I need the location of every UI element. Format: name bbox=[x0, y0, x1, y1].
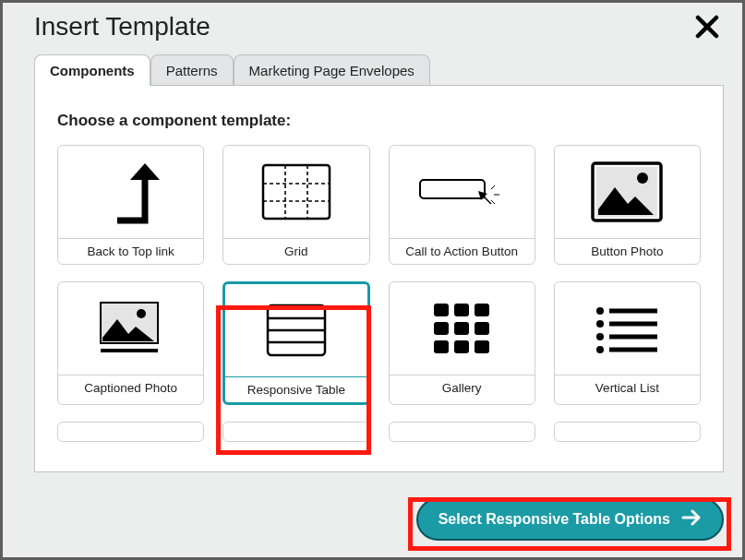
grid-3x3-icon bbox=[223, 146, 368, 238]
card-cta-button[interactable]: Call to Action Button bbox=[389, 145, 535, 265]
card-back-to-top[interactable]: Back to Top link bbox=[57, 145, 204, 265]
card-grid[interactable]: Grid bbox=[222, 145, 369, 265]
svg-rect-27 bbox=[434, 340, 449, 353]
card-label: Button Photo bbox=[555, 238, 700, 264]
tab-patterns[interactable]: Patterns bbox=[150, 54, 234, 86]
close-icon[interactable] bbox=[694, 14, 720, 40]
svg-point-30 bbox=[596, 307, 604, 315]
svg-line-10 bbox=[491, 200, 495, 204]
arrow-right-icon bbox=[681, 509, 702, 530]
card-label: Call to Action Button bbox=[390, 238, 535, 264]
card-responsive-table[interactable]: Responsive Table bbox=[222, 281, 369, 405]
card-stub[interactable] bbox=[222, 422, 369, 442]
button-click-icon bbox=[390, 146, 535, 238]
card-vertical-list[interactable]: Vertical List bbox=[554, 281, 701, 405]
card-label: Back to Top link bbox=[58, 238, 203, 264]
svg-rect-24 bbox=[434, 322, 449, 335]
select-options-button[interactable]: Select Responsive Table Options bbox=[416, 498, 724, 541]
card-label: Gallery bbox=[390, 375, 535, 400]
card-captioned-photo[interactable]: Captioned Photo bbox=[57, 281, 204, 405]
svg-rect-21 bbox=[434, 304, 449, 316]
tab-marketing-envelopes[interactable]: Marketing Page Envelopes bbox=[234, 54, 430, 86]
component-grid: Back to Top link Grid bbox=[57, 145, 701, 442]
svg-rect-29 bbox=[475, 340, 489, 353]
svg-point-13 bbox=[637, 173, 648, 184]
dialog-title: Insert Template bbox=[34, 12, 210, 42]
tab-components[interactable]: Components bbox=[34, 54, 150, 86]
gallery-grid-icon bbox=[390, 282, 535, 375]
svg-point-36 bbox=[596, 346, 604, 353]
svg-rect-23 bbox=[475, 304, 489, 316]
card-label: Captioned Photo bbox=[58, 375, 203, 400]
svg-rect-7 bbox=[420, 180, 485, 198]
svg-point-32 bbox=[596, 320, 604, 328]
svg-rect-25 bbox=[454, 322, 469, 335]
card-gallery[interactable]: Gallery bbox=[389, 281, 535, 405]
card-label: Responsive Table bbox=[225, 376, 366, 402]
svg-rect-26 bbox=[475, 322, 489, 335]
prompt-text: Choose a component template: bbox=[57, 112, 701, 130]
svg-point-15 bbox=[137, 309, 146, 318]
card-stub[interactable] bbox=[554, 422, 701, 442]
card-stub[interactable] bbox=[389, 422, 535, 442]
tabstrip: Components Patterns Marketing Page Envel… bbox=[3, 54, 742, 86]
photo-caption-icon bbox=[58, 282, 203, 375]
cta-label: Select Responsive Table Options bbox=[439, 511, 670, 528]
svg-rect-28 bbox=[454, 340, 469, 353]
svg-rect-2 bbox=[263, 165, 330, 219]
card-label: Vertical List bbox=[555, 375, 700, 400]
card-button-photo[interactable]: Button Photo bbox=[554, 145, 701, 265]
bullet-list-icon bbox=[555, 282, 700, 375]
card-stub[interactable] bbox=[57, 422, 204, 442]
svg-line-8 bbox=[491, 185, 495, 189]
svg-point-34 bbox=[596, 333, 604, 340]
table-rows-icon bbox=[225, 284, 366, 376]
tab-panel-components: Choose a component template: Back to Top… bbox=[34, 85, 724, 472]
card-label: Grid bbox=[223, 238, 368, 264]
svg-rect-22 bbox=[454, 304, 469, 316]
arrow-up-turn-icon bbox=[58, 146, 203, 238]
photo-frame-icon bbox=[555, 146, 700, 238]
